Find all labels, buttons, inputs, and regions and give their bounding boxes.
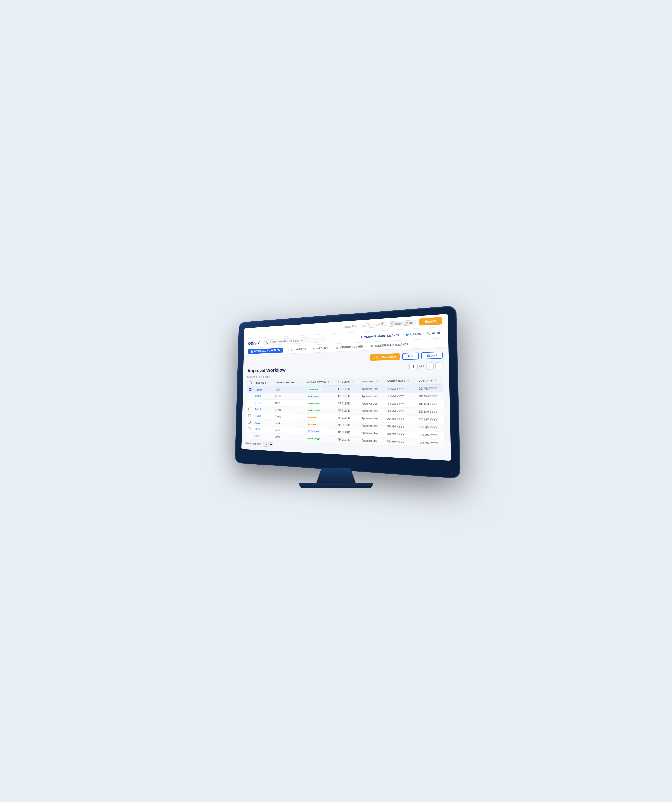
nav-users[interactable]: 👥 USERS [405,332,422,336]
row-payment-method: Credit [273,406,304,414]
prev-page-button[interactable]: ‹ [426,362,434,370]
results-per-page-select[interactable]: 8 16 24 [263,442,273,447]
col-invoice-num[interactable]: INVOICE # ⇕ [254,379,274,386]
row-invoice-date: DD MM YYYY [384,422,417,431]
row-invoice-num: 31163 [253,399,273,406]
sort-icon-payment: ⇕ [297,381,299,383]
row-payment-method: Credit [273,413,304,420]
vendor-maintenance-icon: ⚙ [360,336,363,339]
header-search-wrapper: 🔍 [263,336,325,345]
search-input[interactable] [263,336,325,345]
row-invoice-date: DD MM YYYY [384,415,417,423]
row-checkbox-cell [247,393,253,399]
app-container: Invoice Date dd / mm / yyyy 📅 ☰ Search b… [241,314,451,461]
tab-exceptions[interactable]: ❕ EXCEPTIONS [284,346,309,352]
add-document-button[interactable]: + Add Document [370,353,400,361]
invoice-link[interactable]: 123456 [255,388,263,391]
row-invoice-status: PENDING [304,414,335,421]
row-checkbox[interactable] [249,388,251,391]
lock-icon: 🔒 [336,346,338,349]
col-assignee[interactable]: ASSIGNEE ⇕ [359,377,384,385]
export-button[interactable]: Export [421,352,443,359]
row-ap-clerk: AP CLERK [335,407,359,415]
search-button[interactable]: Search [419,317,442,326]
row-due-date: DD MM YYYY [416,400,444,408]
row-checkbox[interactable] [248,421,250,424]
row-payment-method: Debit [273,420,304,428]
status-badge: PENDING [307,422,319,426]
logo-text: odiss [248,340,259,346]
invoice-link[interactable]: 36229 [255,435,260,437]
nav-vendor-maintenance[interactable]: ⚙ VENDOR MAINTENANCE [360,333,400,338]
row-payment-method: Debit [273,399,304,407]
sort-icon-status: ⇕ [328,381,330,383]
row-ap-clerk: AP CLERK [335,436,359,444]
monitor-screen: Invoice Date dd / mm / yyyy 📅 ☰ Search b… [241,314,451,461]
row-assignee: Approver User [359,429,384,438]
row-checkbox-cell [246,406,253,412]
edit-button[interactable]: Edit [402,352,419,360]
row-checkbox[interactable] [248,427,250,430]
col-payment-method[interactable]: PAYMENT METHOD ⇕ [273,378,305,386]
row-assignee: Approver User [359,414,384,422]
row-assignee: Approver User [359,407,384,415]
monitor-base [299,483,373,488]
archive-icon: 📁 [313,347,316,350]
monitor-frame: Invoice Date dd / mm / yyyy 📅 ☰ Search b… [235,306,460,478]
pagination-area: 1 of 1 ‹ › [409,362,443,370]
row-due-date: DD MM YYYY [416,385,443,392]
row-invoice-num: 36229 [252,432,272,440]
row-checkbox[interactable] [249,414,251,417]
col-invoice-status[interactable]: INVOICE STATUS ⇕ [305,378,336,386]
tab-approval-workflow-label: APPROVAL WORKFLOW [254,349,281,352]
row-due-date: DD MM YYYY [417,439,445,448]
tab-vendor-maintenance-label: VENDOR MAINTENANCE [375,343,409,347]
date-input-group[interactable]: dd / mm / yyyy 📅 [362,322,386,328]
vendor-maintenance-label: VENDOR MAINTENANCE [364,333,400,338]
invoice-link[interactable]: 14016 [255,408,261,411]
filter-button[interactable]: ☰ Search by Filter [389,320,416,327]
row-checkbox[interactable] [248,434,250,437]
tab-vendor-maintenance[interactable]: ⚙ VENDOR MAINTENANCE [368,341,412,349]
tab-archive[interactable]: 📁 ARCHIVE [310,345,331,351]
sort-icon-assignee: ⇕ [376,380,378,383]
page-number-input[interactable]: 1 [409,363,417,370]
row-invoice-num: 43005 [252,426,272,433]
row-invoice-status: APPROVED [304,406,336,414]
col-due-date[interactable]: DUE DATE ⇕ [416,377,443,385]
row-invoice-date: DD MM YYYY [384,430,417,439]
next-page-button[interactable]: › [435,362,443,369]
row-invoice-status: APPROVED [304,434,335,443]
page-title-area: Approval Workflow 1 of 1 ‹ › [247,362,443,374]
col-invoice-date[interactable]: INVOICE DATE ⇕ [384,377,416,385]
row-invoice-num: 30222 [252,419,273,427]
header-nav: ⚙ VENDOR MAINTENANCE 👥 USERS 🔍 AUDIT [360,331,443,338]
row-due-date: DD MM YYYY [417,416,444,424]
invoice-link[interactable]: 30222 [255,422,261,424]
row-checkbox-cell [246,412,253,419]
row-checkbox[interactable] [249,408,251,411]
sort-icon-invoice: ⇕ [267,382,269,384]
invoice-link[interactable]: 43005 [255,428,260,431]
row-ap-clerk: AP CLERK [336,385,359,393]
status-badge: APPROVED [306,437,321,440]
invoice-link[interactable]: 03409 [255,415,261,417]
status-badge: APPROVED [307,402,321,405]
tab-vendor-locked[interactable]: 🔒 VENDOR LOCKED [333,344,366,350]
row-due-date: DD MM YYYY [417,423,444,432]
invoice-link[interactable]: 31163 [255,402,261,404]
filter-icon: ☰ [391,323,394,325]
logo-tm: ™ [258,341,260,343]
row-checkbox-cell [246,419,253,426]
tab-approval-workflow[interactable]: 📄 APPROVAL WORKFLOW [248,348,283,354]
col-ap-clerk[interactable]: AP CLERK ⇕ [336,378,359,386]
row-invoice-status: RECEIVED [305,393,336,399]
row-checkbox[interactable] [249,401,251,404]
tab-exceptions-label: EXCEPTIONS [291,348,306,351]
table-row: 63931 Credit RECEIVED AP CLERK Approver … [247,392,444,400]
select-all-checkbox[interactable] [249,381,252,384]
invoice-link[interactable]: 63931 [255,395,261,398]
nav-audit[interactable]: 🔍 AUDIT [427,331,442,335]
row-checkbox[interactable] [249,395,251,397]
page-title: Approval Workflow [247,367,286,373]
